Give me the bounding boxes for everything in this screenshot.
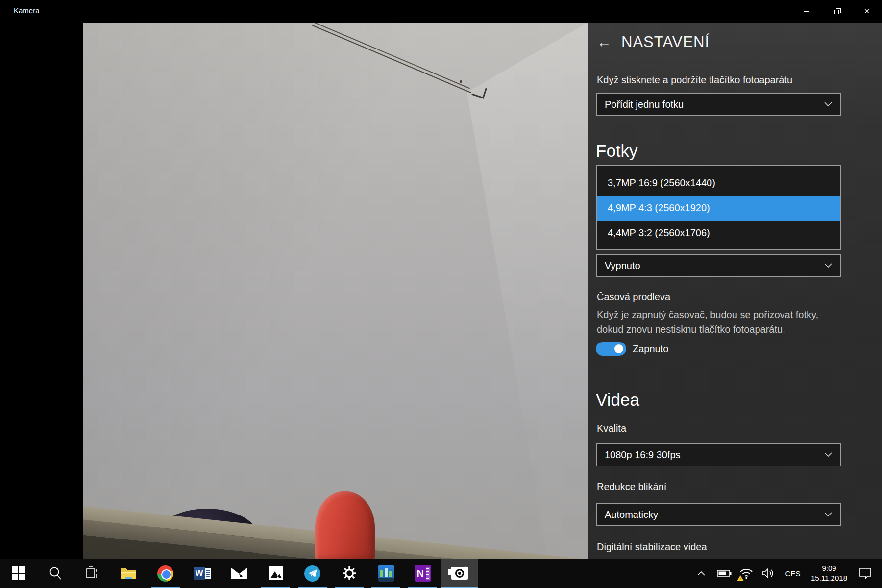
rail-dot bbox=[460, 80, 462, 83]
telegram-button[interactable] bbox=[294, 559, 331, 588]
telegram-icon bbox=[304, 565, 320, 582]
onenote-button[interactable]: N bbox=[404, 559, 441, 588]
mail-button[interactable] bbox=[220, 559, 257, 588]
camera-preview bbox=[83, 23, 588, 559]
framing-dropdown[interactable]: Vypnuto bbox=[596, 254, 841, 277]
battery-indicator[interactable] bbox=[712, 559, 736, 588]
camera-app-window: Kamera ✕ ← NASTAVENÍ Když stisknete a po… bbox=[0, 0, 882, 588]
chrome-button[interactable] bbox=[147, 559, 184, 588]
taskbar: W bbox=[0, 559, 882, 588]
hold-button-label: Když stisknete a podržíte tlačítko fotoa… bbox=[597, 74, 792, 86]
network-indicator[interactable]: ! bbox=[736, 559, 757, 588]
chrome-icon bbox=[157, 565, 173, 582]
volume-icon bbox=[761, 568, 775, 579]
minimize-icon bbox=[804, 11, 809, 12]
time-lapse-title: Časová prodleva bbox=[597, 292, 670, 303]
hold-action-value: Pořídit jednu fotku bbox=[597, 99, 684, 110]
toggle-knob bbox=[614, 344, 623, 353]
window-controls: ✕ bbox=[791, 0, 882, 23]
gear-icon bbox=[342, 565, 357, 581]
volume-indicator[interactable] bbox=[757, 559, 780, 588]
video-quality-dropdown[interactable]: 1080p 16:9 30fps bbox=[596, 443, 841, 466]
settings-title: NASTAVENÍ bbox=[621, 33, 710, 51]
framing-value: Vypnuto bbox=[597, 260, 640, 271]
word-button[interactable]: W bbox=[184, 559, 220, 588]
settings-header: ← NASTAVENÍ bbox=[597, 32, 710, 52]
videos-heading: Videa bbox=[596, 390, 639, 410]
quality-label: Kvalita bbox=[597, 423, 626, 434]
back-button[interactable]: ← bbox=[597, 32, 612, 52]
tray-date: 15.11.2018 bbox=[811, 574, 847, 582]
photos-icon bbox=[268, 565, 284, 581]
language-indicator[interactable]: CES bbox=[780, 559, 806, 588]
flicker-reduction-value: Automaticky bbox=[597, 509, 658, 520]
chevron-up-icon bbox=[697, 571, 705, 576]
close-button[interactable]: ✕ bbox=[852, 0, 882, 23]
network-warning-icon: ! bbox=[737, 575, 744, 581]
video-quality-value: 1080p 16:9 30fps bbox=[597, 449, 681, 461]
photos-button[interactable] bbox=[257, 559, 294, 588]
window-title: Kamera bbox=[14, 6, 40, 15]
time-lapse-toggle[interactable] bbox=[596, 342, 626, 356]
chevron-down-icon bbox=[824, 452, 832, 457]
word-icon: W bbox=[194, 567, 211, 580]
title-bar: Kamera ✕ bbox=[0, 0, 882, 23]
onenote-icon: N bbox=[415, 565, 431, 582]
windows-logo-icon bbox=[12, 566, 25, 580]
settings-panel: ← NASTAVENÍ Když stisknete a podržíte tl… bbox=[588, 23, 882, 559]
chevron-down-icon bbox=[824, 102, 832, 107]
time-lapse-description: Když je zapnutý časovač, budou se pořizo… bbox=[597, 307, 818, 337]
toggle-state-label: Zapnuto bbox=[633, 343, 668, 355]
task-view-button[interactable] bbox=[74, 559, 110, 588]
resolution-option-1[interactable]: 3,7MP 16:9 (2560x1440) bbox=[597, 171, 840, 196]
settings-button[interactable] bbox=[331, 559, 368, 588]
flicker-reduction-dropdown[interactable]: Automaticky bbox=[596, 503, 841, 526]
photos-heading: Fotky bbox=[596, 141, 638, 161]
resolution-option-3[interactable]: 4,4MP 3:2 (2560x1706) bbox=[597, 220, 840, 245]
action-center-button[interactable] bbox=[853, 559, 878, 588]
start-button[interactable] bbox=[0, 559, 37, 588]
search-button[interactable] bbox=[37, 559, 74, 588]
photo-resolution-listbox: 3,7MP 16:9 (2560x1440) 4,9MP 4:3 (2560x1… bbox=[596, 165, 841, 250]
camera-icon: + bbox=[451, 567, 468, 580]
search-icon bbox=[48, 566, 63, 581]
task-view-icon bbox=[85, 566, 99, 581]
stats-app-icon bbox=[378, 565, 394, 582]
chevron-down-icon bbox=[824, 263, 832, 268]
camera-app-button[interactable]: + bbox=[441, 559, 478, 588]
mail-icon bbox=[230, 566, 248, 580]
red-cup bbox=[315, 491, 375, 559]
chevron-down-icon bbox=[824, 512, 832, 517]
stats-app-button[interactable] bbox=[368, 559, 404, 588]
flicker-reduction-label: Redukce blikání bbox=[597, 481, 666, 492]
restore-button[interactable] bbox=[821, 0, 852, 23]
file-explorer-icon bbox=[120, 566, 138, 581]
battery-icon bbox=[717, 569, 732, 577]
action-center-icon bbox=[859, 567, 872, 579]
tray-chevron-up-button[interactable] bbox=[690, 559, 712, 588]
restore-icon bbox=[834, 10, 839, 14]
time-lapse-toggle-row: Zapnuto bbox=[596, 342, 668, 356]
hold-action-dropdown[interactable]: Pořídit jednu fotku bbox=[596, 93, 841, 116]
resolution-option-2-selected[interactable]: 4,9MP 4:3 (2560x1920) bbox=[597, 196, 840, 220]
stabilization-label: Digitální stabilizace videa bbox=[597, 541, 707, 553]
file-explorer-button[interactable] bbox=[110, 559, 147, 588]
system-tray: ! CES 9:09 15.11.2018 bbox=[690, 559, 878, 588]
tray-time: 9:09 bbox=[822, 564, 836, 572]
clock[interactable]: 9:09 15.11.2018 bbox=[806, 559, 853, 588]
minimize-button[interactable] bbox=[791, 0, 821, 23]
